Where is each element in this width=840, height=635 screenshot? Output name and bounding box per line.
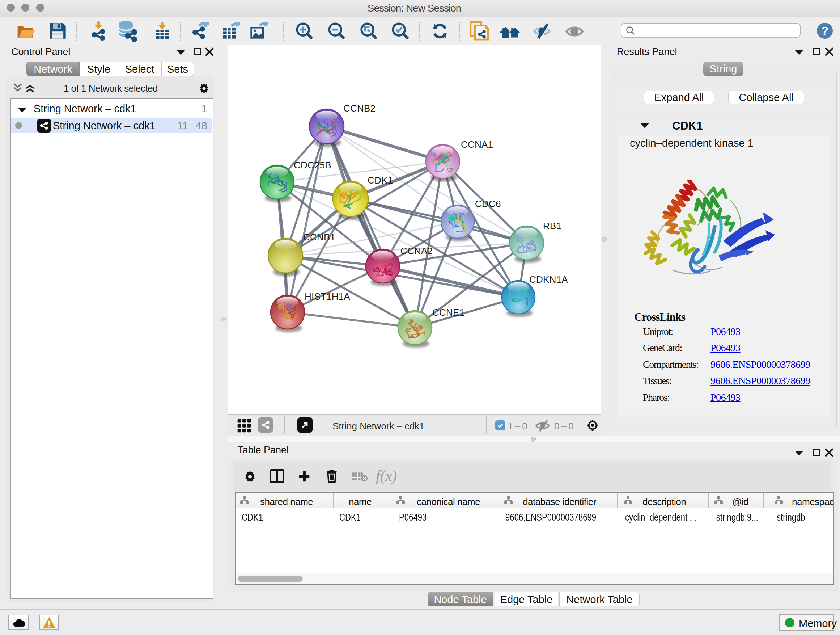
svg-text:CDC25B: CDC25B: [294, 160, 332, 171]
svg-text:CCNE1: CCNE1: [432, 307, 464, 318]
svg-text:RB1: RB1: [543, 220, 561, 231]
svg-text:CDC6: CDC6: [475, 198, 501, 209]
svg-text:CCNB1: CCNB1: [303, 232, 335, 242]
svg-text:CCNA1: CCNA1: [461, 139, 493, 150]
svg-text:CCNB2: CCNB2: [343, 103, 376, 114]
svg-text:CCNA2: CCNA2: [401, 245, 433, 256]
svg-text:CDKN1A: CDKN1A: [529, 274, 568, 285]
svg-text:HIST1H1A: HIST1H1A: [305, 291, 350, 302]
svg-text:CDK1: CDK1: [368, 175, 393, 186]
